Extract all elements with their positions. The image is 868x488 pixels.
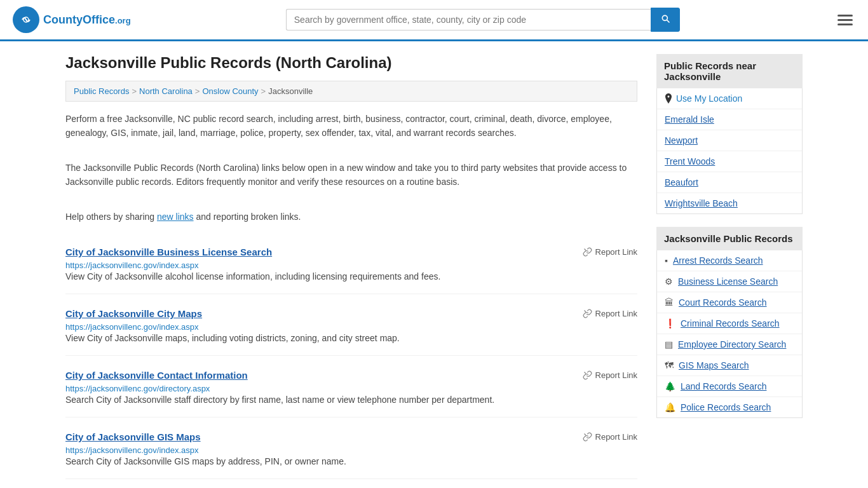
breadcrumb-sep2: > bbox=[195, 86, 200, 96]
logo-text[interactable]: CountyOffice.org bbox=[43, 13, 131, 27]
menu-button[interactable] bbox=[835, 12, 855, 28]
sidebar-record-icon-4: ▤ bbox=[665, 339, 673, 349]
record-desc-1: View City of Jacksonville maps, includin… bbox=[65, 332, 637, 345]
records-section: Jacksonville Public Records ▪ Arrest Rec… bbox=[656, 227, 803, 418]
record-entry-0: City of Jacksonville Business License Se… bbox=[65, 247, 637, 294]
nearby-beaufort[interactable]: Beaufort bbox=[657, 172, 802, 193]
search-button[interactable] bbox=[651, 8, 680, 32]
record-header-1: City of Jacksonville City Maps Report Li… bbox=[65, 308, 637, 319]
sidebar-record-icon-3: ❗ bbox=[665, 318, 675, 329]
nearby-trent-woods-link[interactable]: Trent Woods bbox=[665, 156, 715, 166]
sidebar-record-item-5[interactable]: 🗺 GIS Maps Search bbox=[657, 355, 802, 376]
search-area bbox=[286, 8, 680, 32]
record-url-3[interactable]: https://jacksonvillenc.gov/index.aspx bbox=[65, 445, 199, 455]
record-desc-3: Search City of Jacksonville GIS maps by … bbox=[65, 455, 637, 468]
nearby-list: Use My Location Emerald Isle Newport Tre… bbox=[656, 88, 803, 214]
report-link-btn-1[interactable]: Report Link bbox=[583, 309, 637, 318]
sidebar-record-link-0[interactable]: Arrest Records Search bbox=[673, 255, 763, 266]
description3: Help others by sharing new links and rep… bbox=[65, 210, 637, 224]
breadcrumb-public-records[interactable]: Public Records bbox=[74, 86, 129, 96]
report-link-btn-0[interactable]: Report Link bbox=[583, 247, 637, 257]
report-icon-1 bbox=[583, 309, 592, 318]
records-container: City of Jacksonville Business License Se… bbox=[65, 247, 637, 488]
report-icon-2 bbox=[583, 370, 592, 380]
record-url-0[interactable]: https://jacksonvillenc.gov/index.aspx bbox=[65, 261, 199, 270]
sidebar-record-link-4[interactable]: Employee Directory Search bbox=[678, 339, 786, 349]
sidebar-record-link-2[interactable]: Court Records Search bbox=[679, 297, 767, 308]
nearby-beaufort-link[interactable]: Beaufort bbox=[665, 177, 698, 187]
description3-end: and reporting broken links. bbox=[196, 212, 301, 222]
sidebar-record-item-4[interactable]: ▤ Employee Directory Search bbox=[657, 334, 802, 355]
content-area: Jacksonville Public Records (North Carol… bbox=[65, 54, 637, 488]
report-link-label-3: Report Link bbox=[595, 432, 637, 442]
record-url-1[interactable]: https://jacksonvillenc.gov/index.aspx bbox=[65, 322, 199, 332]
description2: The Jacksonville Public Records (North C… bbox=[65, 161, 637, 189]
main-layout: Jacksonville Public Records (North Carol… bbox=[53, 41, 815, 488]
report-link-btn-3[interactable]: Report Link bbox=[583, 432, 637, 442]
page-title: Jacksonville Public Records (North Carol… bbox=[65, 54, 637, 72]
new-links-link[interactable]: new links bbox=[157, 212, 194, 222]
record-header-2: City of Jacksonville Contact Information… bbox=[65, 370, 637, 381]
sidebar-record-item-0[interactable]: ▪ Arrest Records Search bbox=[657, 250, 802, 271]
sidebar-record-item-2[interactable]: 🏛 Court Records Search bbox=[657, 292, 802, 313]
nearby-section: Public Records near Jacksonville Use My … bbox=[656, 54, 803, 214]
breadcrumb-jacksonville: Jacksonville bbox=[268, 86, 313, 96]
record-header-0: City of Jacksonville Business License Se… bbox=[65, 247, 637, 257]
record-title-1[interactable]: City of Jacksonville City Maps bbox=[65, 308, 202, 319]
use-my-location-text: Use My Location bbox=[676, 93, 742, 104]
sidebar-record-icon-7: 🔔 bbox=[665, 402, 675, 412]
record-url-2[interactable]: https://jacksonvillenc.gov/directory.asp… bbox=[65, 384, 210, 393]
sidebar-record-link-6[interactable]: Land Records Search bbox=[681, 381, 766, 391]
svg-line-3 bbox=[584, 310, 586, 312]
description3-start: Help others by sharing bbox=[65, 212, 154, 222]
breadcrumb-north-carolina[interactable]: North Carolina bbox=[139, 86, 193, 96]
record-title-0[interactable]: City of Jacksonville Business License Se… bbox=[65, 247, 272, 257]
search-input[interactable] bbox=[286, 9, 651, 30]
nearby-emerald-isle-link[interactable]: Emerald Isle bbox=[665, 114, 714, 125]
sidebar-record-item-3[interactable]: ❗ Criminal Records Search bbox=[657, 313, 802, 334]
records-sidebar-title: Jacksonville Public Records bbox=[656, 227, 803, 250]
nearby-trent-woods[interactable]: Trent Woods bbox=[657, 151, 802, 172]
sidebar-record-icon-2: 🏛 bbox=[665, 297, 674, 308]
use-my-location-link[interactable]: Use My Location bbox=[665, 93, 794, 104]
nearby-newport[interactable]: Newport bbox=[657, 130, 802, 151]
record-desc-0: View City of Jacksonville alcohol licens… bbox=[65, 270, 637, 283]
sidebar-record-item-7[interactable]: 🔔 Police Records Search bbox=[657, 397, 802, 417]
sidebar-record-link-7[interactable]: Police Records Search bbox=[681, 402, 771, 412]
sidebar-record-icon-1: ⚙ bbox=[665, 276, 673, 287]
menu-icon-line1 bbox=[837, 15, 853, 17]
use-my-location-item[interactable]: Use My Location bbox=[657, 88, 802, 109]
record-title-2[interactable]: City of Jacksonville Contact Information bbox=[65, 370, 248, 381]
record-header-3: City of Jacksonville GIS Maps Report Lin… bbox=[65, 431, 637, 442]
sidebar-record-link-3[interactable]: Criminal Records Search bbox=[681, 318, 780, 329]
menu-icon-line3 bbox=[837, 24, 853, 25]
sidebar-record-icon-5: 🗺 bbox=[665, 360, 674, 370]
report-icon-0 bbox=[583, 247, 592, 257]
menu-icon-line2 bbox=[837, 19, 853, 21]
report-link-btn-2[interactable]: Report Link bbox=[583, 370, 637, 380]
records-sidebar-list: ▪ Arrest Records Search ⚙ Business Licen… bbox=[656, 250, 803, 418]
report-icon-3 bbox=[583, 432, 592, 442]
nearby-newport-link[interactable]: Newport bbox=[665, 135, 698, 146]
sidebar-record-link-1[interactable]: Business License Search bbox=[678, 276, 778, 287]
nearby-title: Public Records near Jacksonville bbox=[656, 54, 803, 88]
sidebar-record-icon-6: 🌲 bbox=[665, 381, 675, 391]
record-title-3[interactable]: City of Jacksonville GIS Maps bbox=[65, 431, 201, 442]
svg-line-4 bbox=[584, 372, 586, 374]
breadcrumb: Public Records > North Carolina > Onslow… bbox=[65, 81, 637, 102]
location-pin-icon bbox=[665, 93, 672, 104]
report-link-label-2: Report Link bbox=[595, 370, 637, 380]
logo-org: .org bbox=[115, 16, 131, 25]
record-entry-1: City of Jacksonville City Maps Report Li… bbox=[65, 308, 637, 356]
svg-line-5 bbox=[584, 433, 586, 435]
sidebar-record-link-5[interactable]: GIS Maps Search bbox=[679, 360, 749, 370]
sidebar-record-item-1[interactable]: ⚙ Business License Search bbox=[657, 271, 802, 292]
logo-name: CountyOffice bbox=[43, 13, 115, 26]
nearby-wrightsville-beach[interactable]: Wrightsville Beach bbox=[657, 193, 802, 214]
report-link-label-0: Report Link bbox=[595, 247, 637, 257]
nearby-emerald-isle[interactable]: Emerald Isle bbox=[657, 109, 802, 130]
breadcrumb-onslow-county[interactable]: Onslow County bbox=[202, 86, 258, 96]
description1: Perform a free Jacksonville, NC public r… bbox=[65, 112, 637, 140]
nearby-wrightsville-beach-link[interactable]: Wrightsville Beach bbox=[665, 198, 738, 208]
sidebar-record-item-6[interactable]: 🌲 Land Records Search bbox=[657, 376, 802, 397]
